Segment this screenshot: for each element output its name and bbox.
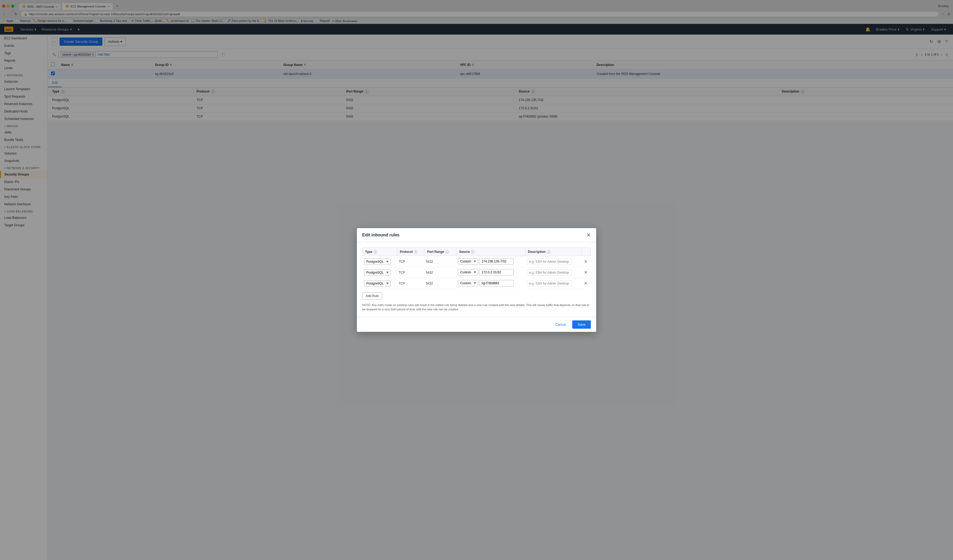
rth-delete	[582, 248, 591, 256]
rth-protocol-label: Protocol	[400, 250, 413, 254]
rule-row-1: PostgreSQL TCP 5432 Custom	[362, 256, 591, 267]
modal-title: Edit inbound rules	[362, 233, 399, 237]
modal-body: Type i Protocol i Port R	[357, 242, 596, 317]
rth-description: Description i	[525, 248, 582, 256]
rule3-source-type-select[interactable]: Custom	[458, 280, 478, 286]
rth-protocol-info[interactable]: i	[414, 250, 418, 254]
rule3-delete-cell: ✕	[582, 278, 591, 289]
rule1-type-select[interactable]: PostgreSQL	[364, 259, 391, 265]
rule1-description-input[interactable]	[527, 259, 572, 265]
rule2-delete-button[interactable]: ✕	[584, 269, 588, 276]
rule2-source-input[interactable]	[479, 269, 514, 276]
rule1-delete-button[interactable]: ✕	[584, 259, 588, 265]
add-rule-button[interactable]: Add Rule	[362, 292, 382, 300]
rule2-type-cell: PostgreSQL	[362, 267, 397, 278]
rth-port-range: Port Range i	[424, 248, 456, 256]
rule3-port-range: 5432	[424, 278, 456, 289]
rule1-source-input[interactable]	[479, 258, 514, 265]
rule1-source-type-select[interactable]: Custom	[458, 258, 478, 265]
rule2-protocol: TCP	[397, 267, 424, 278]
rule2-type-select[interactable]: PostgreSQL	[364, 269, 391, 276]
rth-source-label: Source	[459, 250, 470, 254]
edit-inbound-rules-modal: Edit inbound rules ✕ Type i	[357, 228, 596, 332]
rth-description-info[interactable]: i	[547, 250, 550, 254]
rule2-delete-cell: ✕	[582, 267, 591, 278]
rule3-description-input[interactable]	[527, 280, 572, 287]
rule3-type-select[interactable]: PostgreSQL	[364, 280, 391, 287]
rule2-description-cell	[525, 267, 582, 278]
rule1-type-cell: PostgreSQL	[362, 256, 397, 267]
cancel-button[interactable]: Cancel	[551, 320, 570, 329]
rth-type-label: Type	[365, 250, 372, 254]
rule2-source-type-select[interactable]: Custom	[458, 269, 478, 276]
rule1-protocol: TCP	[397, 256, 424, 267]
rule3-type-cell: PostgreSQL	[362, 278, 397, 289]
rth-source: Source i	[456, 248, 525, 256]
rule3-source-input[interactable]	[479, 280, 514, 286]
rth-protocol: Protocol i	[397, 248, 424, 256]
modal-footer: Cancel Save	[357, 317, 596, 332]
rth-type: Type i	[362, 248, 397, 256]
rules-table-body: PostgreSQL TCP 5432 Custom	[362, 256, 591, 289]
save-button[interactable]: Save	[572, 320, 591, 329]
rule2-port-range: 5432	[424, 267, 456, 278]
rth-port-range-label: Port Range	[427, 250, 444, 254]
rth-type-info[interactable]: i	[373, 250, 377, 254]
rule1-port-range: 5432	[424, 256, 456, 267]
rule3-delete-button[interactable]: ✕	[584, 280, 588, 286]
rule3-description-cell	[525, 278, 582, 289]
modal-overlay[interactable]: Edit inbound rules ✕ Type i	[0, 0, 953, 560]
modal-note: NOTE: Any edits made on existing rules w…	[362, 303, 591, 312]
rule-row-3: PostgreSQL TCP 5432 Custom	[362, 278, 591, 289]
rule1-source-cell: Custom	[456, 256, 525, 267]
rules-table: Type i Protocol i Port R	[362, 248, 591, 289]
rules-table-header: Type i Protocol i Port R	[362, 248, 591, 256]
rule3-source-cell: Custom	[456, 278, 525, 289]
rule1-delete-cell: ✕	[582, 256, 591, 267]
modal-header: Edit inbound rules ✕	[357, 228, 596, 242]
rule-row-2: PostgreSQL TCP 5432 Custom	[362, 267, 591, 278]
rule3-protocol: TCP	[397, 278, 424, 289]
rth-description-label: Description	[528, 250, 546, 254]
rth-port-range-info[interactable]: i	[445, 250, 449, 254]
rule2-description-input[interactable]	[527, 269, 572, 276]
rule2-source-cell: Custom	[456, 267, 525, 278]
rule1-description-cell	[525, 256, 582, 267]
modal-close-button[interactable]: ✕	[586, 233, 591, 238]
rth-source-info[interactable]: i	[471, 250, 475, 254]
